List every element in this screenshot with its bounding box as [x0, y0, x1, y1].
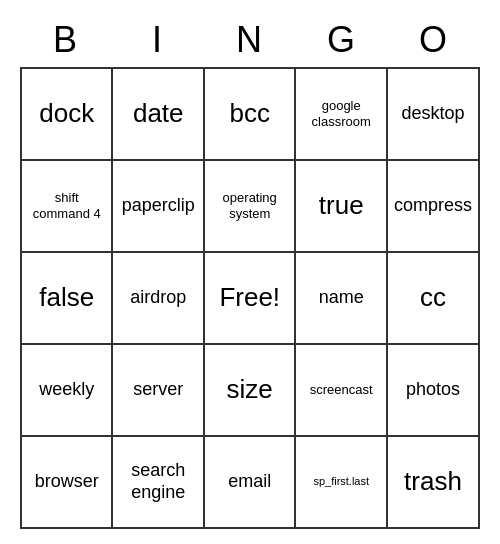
header-letter: B — [20, 15, 112, 65]
cell-text: screencast — [310, 382, 373, 398]
cell-text: email — [228, 471, 271, 493]
bingo-cell: name — [296, 253, 388, 345]
bingo-cell: desktop — [388, 69, 480, 161]
cell-text: cc — [420, 282, 446, 313]
cell-text: bcc — [229, 98, 269, 129]
bingo-cell: weekly — [22, 345, 113, 437]
header-letter: O — [388, 15, 480, 65]
bingo-cell: sp_first.last — [296, 437, 388, 529]
bingo-cell: compress — [388, 161, 480, 253]
cell-text: desktop — [401, 103, 464, 125]
bingo-cell: screencast — [296, 345, 388, 437]
bingo-cell: Free! — [205, 253, 296, 345]
cell-text: dock — [39, 98, 94, 129]
cell-text: weekly — [39, 379, 94, 401]
cell-text: sp_first.last — [313, 475, 369, 488]
bingo-cell: cc — [388, 253, 480, 345]
cell-text: airdrop — [130, 287, 186, 309]
cell-text: date — [133, 98, 184, 129]
bingo-grid: dockdatebccgoogle classroomdesktopshift … — [20, 67, 480, 529]
bingo-cell: dock — [22, 69, 113, 161]
cell-text: false — [39, 282, 94, 313]
header-letter: N — [204, 15, 296, 65]
bingo-cell: false — [22, 253, 113, 345]
bingo-cell: browser — [22, 437, 113, 529]
cell-text: true — [319, 190, 364, 221]
cell-text: trash — [404, 466, 462, 497]
header-letter: G — [296, 15, 388, 65]
cell-text: operating system — [211, 190, 288, 221]
bingo-cell: airdrop — [113, 253, 205, 345]
bingo-cell: photos — [388, 345, 480, 437]
cell-text: server — [133, 379, 183, 401]
cell-text: size — [227, 374, 273, 405]
bingo-cell: size — [205, 345, 296, 437]
bingo-cell: date — [113, 69, 205, 161]
cell-text: search engine — [119, 460, 197, 503]
cell-text: google classroom — [302, 98, 380, 129]
header-letter: I — [112, 15, 204, 65]
bingo-header: BINGO — [20, 15, 480, 65]
bingo-cell: email — [205, 437, 296, 529]
cell-text: name — [319, 287, 364, 309]
cell-text: browser — [35, 471, 99, 493]
bingo-cell: server — [113, 345, 205, 437]
bingo-cell: trash — [388, 437, 480, 529]
cell-text: compress — [394, 195, 472, 217]
bingo-cell: true — [296, 161, 388, 253]
cell-text: photos — [406, 379, 460, 401]
bingo-cell: shift command 4 — [22, 161, 113, 253]
bingo-cell: bcc — [205, 69, 296, 161]
bingo-cell: operating system — [205, 161, 296, 253]
cell-text: paperclip — [122, 195, 195, 217]
cell-text: shift command 4 — [28, 190, 105, 221]
bingo-cell: paperclip — [113, 161, 205, 253]
bingo-card: BINGO dockdatebccgoogle classroomdesktop… — [20, 15, 480, 529]
bingo-cell: search engine — [113, 437, 205, 529]
cell-text: Free! — [219, 282, 280, 313]
bingo-cell: google classroom — [296, 69, 388, 161]
